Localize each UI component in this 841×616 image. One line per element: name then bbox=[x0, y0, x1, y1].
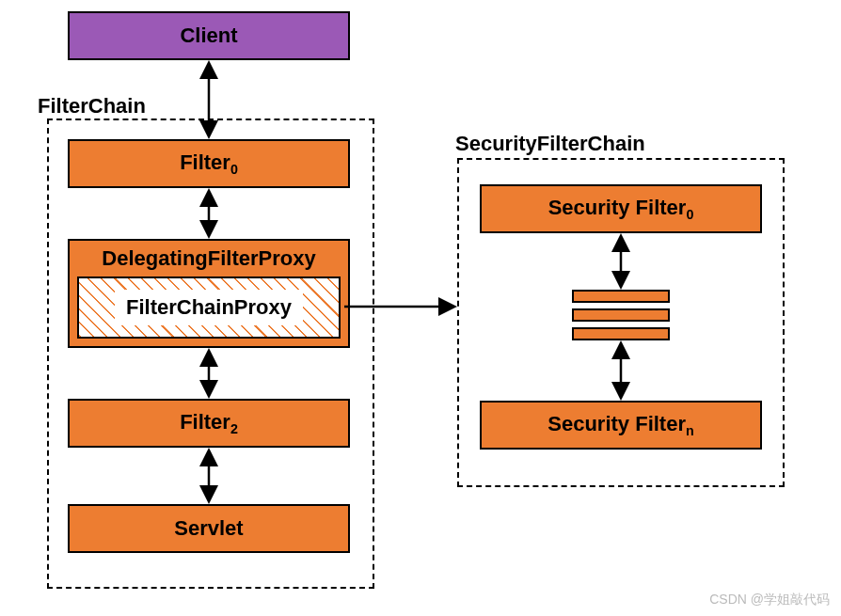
watermark: CSDN @学姐敲代码 bbox=[709, 592, 830, 608]
arrow-client-filter0 bbox=[0, 0, 841, 616]
